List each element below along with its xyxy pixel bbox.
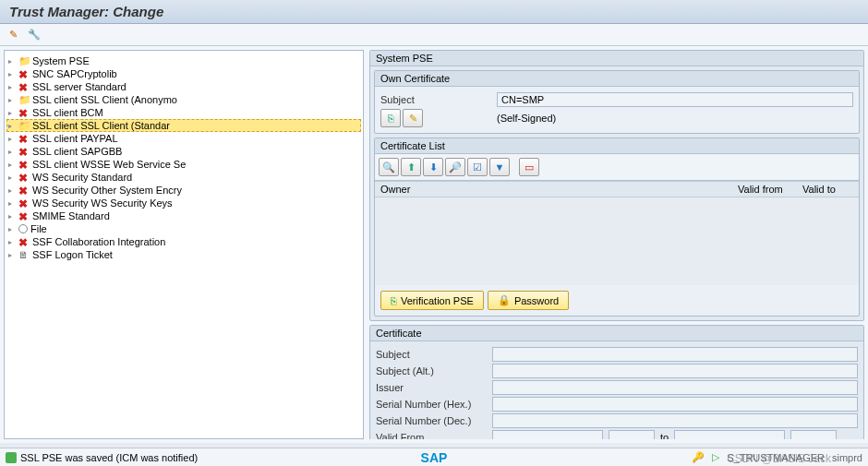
folder-icon bbox=[18, 55, 30, 66]
cert-serial-dec-value bbox=[492, 413, 858, 428]
cert-serial-hex-value bbox=[492, 397, 858, 412]
folder-icon bbox=[18, 94, 30, 105]
status-system: simprd bbox=[832, 452, 862, 463]
password-button[interactable]: 🔒 Password bbox=[488, 291, 569, 310]
tree-item-2[interactable]: ▸SSL server Standard bbox=[6, 80, 361, 93]
details-icon[interactable]: 🔍 bbox=[379, 158, 399, 176]
circle-icon bbox=[18, 224, 28, 233]
tree-item-10[interactable]: ▸WS Security Other System Encry bbox=[6, 184, 361, 197]
cert-subject-label: Subject bbox=[376, 349, 487, 360]
error-icon bbox=[18, 81, 30, 92]
expand-icon[interactable]: ▸ bbox=[8, 148, 16, 155]
expand-icon[interactable]: ▸ bbox=[8, 57, 16, 65]
expand-icon[interactable]: ▸ bbox=[8, 186, 16, 194]
self-signed-text: (Self-Signed) bbox=[497, 113, 556, 124]
error-icon bbox=[18, 185, 30, 196]
error-icon bbox=[18, 159, 30, 170]
tree-item-label: WS Security WS Security Keys bbox=[32, 197, 173, 209]
expand-icon[interactable]: ▸ bbox=[8, 122, 16, 129]
tree-item-7[interactable]: ▸SSL client SAPGBB bbox=[6, 145, 361, 158]
own-cert-btn1[interactable]: ⎘ bbox=[380, 109, 401, 127]
select-icon[interactable]: ☑ bbox=[467, 158, 488, 176]
tree-item-label: WS Security Standard bbox=[32, 172, 132, 183]
status-bar: SSL PSE was saved (ICM was notified) SAP… bbox=[0, 448, 868, 466]
pse-tree[interactable]: ▸System PSE▸SNC SAPCryptolib▸SSL server … bbox=[4, 50, 364, 439]
import-icon[interactable]: ⬆ bbox=[401, 158, 421, 176]
system-pse-title: System PSE bbox=[370, 51, 863, 66]
cert-subject-alt-label: Subject (Alt.) bbox=[376, 365, 487, 376]
own-certificate-title: Own Certificate bbox=[375, 71, 859, 87]
expand-icon[interactable]: ▸ bbox=[8, 161, 16, 168]
tree-item-5[interactable]: ▸SSL client SSL Client (Standar bbox=[6, 119, 361, 132]
tree-item-label: SSL client SSL Client (Anonymo bbox=[32, 94, 177, 105]
delete-icon[interactable]: ▭ bbox=[519, 158, 539, 176]
tree-item-8[interactable]: ▸SSL client WSSE Web Service Se bbox=[6, 158, 361, 171]
cert-serial-dec-label: Serial Number (Dec.) bbox=[376, 415, 487, 426]
col-valid-to: Valid to bbox=[802, 184, 853, 195]
error-icon bbox=[18, 68, 30, 79]
cert-subject-value bbox=[492, 347, 858, 362]
tree-item-11[interactable]: ▸WS Security WS Security Keys bbox=[6, 197, 361, 209]
sap-logo: SAP bbox=[421, 450, 448, 465]
export-icon[interactable]: ⬇ bbox=[423, 158, 443, 176]
expand-icon[interactable]: ▸ bbox=[8, 251, 16, 258]
tree-item-12[interactable]: ▸SMIME Standard bbox=[6, 209, 361, 222]
tree-item-9[interactable]: ▸WS Security Standard bbox=[6, 171, 361, 184]
folder-icon bbox=[18, 120, 30, 131]
error-icon bbox=[18, 107, 30, 118]
subject-label: Subject bbox=[380, 94, 491, 105]
cert-valid-from-label: Valid From bbox=[376, 432, 487, 439]
tree-item-13[interactable]: ▸File bbox=[6, 222, 361, 235]
tree-item-label: SSL client SAPGBB bbox=[32, 146, 122, 157]
document-icon bbox=[18, 249, 30, 260]
error-icon bbox=[18, 236, 30, 247]
expand-icon[interactable]: ▸ bbox=[8, 212, 16, 220]
certificate-group: Certificate Subject Subject (Alt.) Issue… bbox=[369, 325, 864, 439]
find-icon[interactable]: 🔎 bbox=[445, 158, 465, 176]
status-tcode: S_TRUSTMANAGER bbox=[727, 452, 825, 463]
cert-list-body[interactable] bbox=[375, 197, 859, 285]
tree-item-0[interactable]: ▸System PSE bbox=[6, 54, 361, 67]
tree-item-3[interactable]: ▸SSL client SSL Client (Anonymo bbox=[6, 93, 361, 106]
tree-item-label: SSL client WSSE Web Service Se bbox=[32, 159, 186, 170]
expand-icon[interactable]: ▸ bbox=[8, 238, 16, 245]
own-cert-btn2[interactable]: ✎ bbox=[403, 109, 423, 127]
tree-item-label: SSF Collaboration Integration bbox=[32, 236, 165, 247]
certificate-group-title: Certificate bbox=[370, 326, 863, 341]
tree-item-1[interactable]: ▸SNC SAPCryptolib bbox=[6, 67, 361, 80]
expand-icon[interactable]: ▸ bbox=[8, 96, 16, 103]
verify-icon: ⎘ bbox=[391, 295, 397, 306]
cert-valid-to-date bbox=[674, 430, 785, 439]
nav-icon[interactable]: ▷ bbox=[712, 451, 719, 463]
tree-item-14[interactable]: ▸SSF Collaboration Integration bbox=[6, 235, 361, 248]
window-title: Trust Manager: Change bbox=[0, 0, 868, 24]
col-valid-from: Valid from bbox=[738, 184, 802, 195]
filter-icon[interactable]: ▼ bbox=[489, 158, 510, 176]
status-message: SSL PSE was saved (ICM was notified) bbox=[20, 452, 198, 463]
error-icon bbox=[18, 172, 30, 183]
lock-icon: 🔒 bbox=[498, 294, 511, 306]
tree-item-4[interactable]: ▸SSL client BCM bbox=[6, 106, 361, 119]
expand-icon[interactable]: ▸ bbox=[8, 83, 16, 90]
expand-icon[interactable]: ▸ bbox=[8, 173, 16, 181]
key-icon[interactable]: 🔑 bbox=[692, 451, 705, 463]
tree-item-15[interactable]: ▸SSF Logon Ticket bbox=[6, 248, 361, 261]
error-icon bbox=[18, 210, 30, 221]
expand-icon[interactable]: ▸ bbox=[8, 70, 16, 78]
toggle-edit-icon[interactable]: ✎ bbox=[9, 29, 22, 42]
expand-icon[interactable]: ▸ bbox=[8, 135, 16, 142]
status-ok-icon bbox=[6, 452, 17, 463]
system-pse-group: System PSE Own Certificate Subject CN=SM… bbox=[369, 50, 864, 321]
tree-item-label: SSL client SSL Client (Standar bbox=[32, 120, 170, 131]
tree-item-label: File bbox=[30, 223, 47, 234]
error-icon bbox=[18, 146, 30, 157]
cert-issuer-value bbox=[492, 380, 858, 395]
cert-valid-from-time bbox=[609, 430, 655, 439]
verification-pse-button[interactable]: ⎘ Verification PSE bbox=[380, 291, 484, 310]
cert-subject-alt-value bbox=[492, 364, 858, 378]
expand-icon[interactable]: ▸ bbox=[8, 109, 16, 116]
tree-item-6[interactable]: ▸SSL client PAYPAL bbox=[6, 132, 361, 145]
expand-icon[interactable]: ▸ bbox=[8, 199, 16, 207]
expand-icon[interactable]: ▸ bbox=[8, 225, 16, 233]
tool-icon[interactable]: 🔧 bbox=[28, 29, 41, 42]
